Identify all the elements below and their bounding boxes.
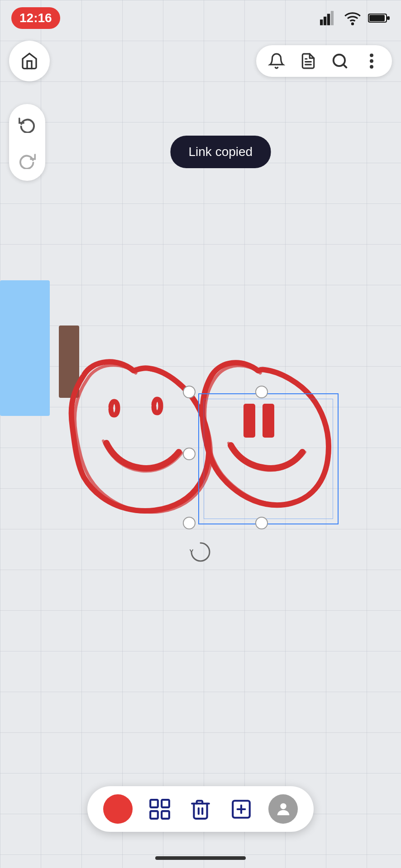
notification-button[interactable] [265,50,288,72]
svg-rect-5 [331,11,334,25]
undo-button[interactable] [14,111,41,138]
sticky-note-blue [0,280,50,416]
avatar-icon [274,800,292,818]
avatar-button[interactable] [268,794,298,824]
svg-rect-18 [150,800,158,807]
search-button[interactable] [329,50,351,72]
battery-icon [368,12,390,24]
right-toolbar-group [256,45,392,77]
status-icons [320,9,390,27]
svg-rect-19 [162,800,169,807]
loading-spinner [189,541,212,563]
svg-point-27 [280,803,286,809]
svg-rect-2 [320,19,323,25]
bottom-toolbar [87,786,314,832]
add-button[interactable] [228,796,255,823]
status-bar: 12:16 [0,0,401,36]
select-button[interactable] [146,796,173,823]
svg-rect-9 [369,15,385,21]
home-button[interactable] [9,41,50,81]
home-bar [155,856,246,860]
svg-rect-20 [150,811,158,819]
redo-icon [19,152,36,169]
add-icon [230,798,253,821]
undo-icon [19,116,36,133]
svg-rect-21 [162,811,169,819]
toast-notification: Link copied [171,136,271,168]
svg-point-6 [352,23,353,24]
notes-button[interactable] [297,50,320,72]
svg-point-17 [370,65,373,69]
undo-redo-panel [9,104,45,181]
wifi-icon [344,9,361,27]
signal-icon [320,9,337,27]
svg-rect-10 [387,16,390,20]
home-icon [20,52,38,70]
svg-point-15 [370,53,373,57]
more-button[interactable] [360,50,383,72]
selection-handle-mr[interactable] [183,448,196,460]
svg-rect-4 [327,14,330,25]
selection-handle-tr[interactable] [255,386,268,398]
search-icon [331,52,348,70]
trash-icon [189,798,212,821]
svg-rect-3 [324,17,326,25]
selection-handle-bl[interactable] [183,517,196,529]
top-toolbar [0,41,401,81]
notes-icon [300,52,317,70]
selected-item-box [198,393,339,524]
status-time: 12:16 [11,7,60,29]
more-icon [369,52,374,70]
selection-handle-br[interactable] [255,517,268,529]
svg-line-14 [343,64,346,67]
redo-button[interactable] [14,147,41,174]
brown-bar-element [59,326,79,398]
draw-button[interactable] [103,794,133,824]
select-icon [148,798,171,821]
delete-button[interactable] [187,796,214,823]
svg-point-16 [370,59,373,63]
selected-item-inner [204,399,333,519]
bell-icon [268,52,285,70]
selection-handle-tl[interactable] [183,386,196,398]
